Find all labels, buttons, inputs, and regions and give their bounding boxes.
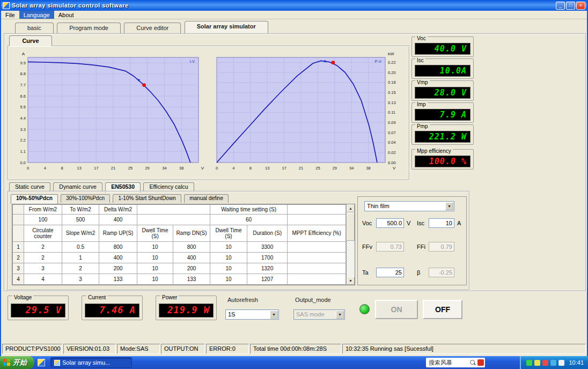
chevron-down-icon[interactable]: ▼ [445, 202, 453, 210]
output-mode-label: Output_mode [295, 297, 331, 303]
table-cell[interactable]: 1 [62, 252, 99, 263]
table-cell[interactable]: 1320 [247, 263, 288, 274]
film-type-select[interactable]: Thin film ▼ [364, 201, 454, 211]
svg-text:2.2: 2.2 [20, 138, 26, 143]
table-cell[interactable]: 200 [99, 263, 137, 274]
off-button[interactable]: OFF [423, 300, 462, 319]
menu-file[interactable]: File [1, 11, 19, 19]
output-mode-select: SAS mode ▼ [293, 309, 345, 320]
table-cell[interactable]: 0.5 [62, 241, 99, 252]
tray-icon[interactable] [542, 360, 548, 366]
table-row[interactable]: 44313310133101207 [13, 274, 346, 284]
table-row[interactable]: 120.580010800103300 [13, 241, 346, 252]
to-value[interactable]: 500 [62, 214, 99, 225]
isc-input[interactable] [429, 218, 454, 228]
table-cell[interactable] [288, 241, 346, 252]
svg-text:4: 4 [44, 166, 46, 171]
tab-static-curve[interactable]: Static curve [9, 182, 50, 191]
table-cell[interactable]: 10 [137, 241, 173, 252]
tab-10-50-pdcn[interactable]: 10%-50%Pdcn [11, 194, 58, 204]
tab-program-mode[interactable]: Program mode [57, 23, 121, 33]
tray-icon[interactable] [534, 360, 540, 366]
minimize-button[interactable]: _ [556, 2, 565, 10]
screen: Solar array simulator control software _… [0, 0, 588, 369]
search-icon[interactable] [469, 359, 476, 366]
tab-dynamic-curve[interactable]: Dynamic curve [53, 182, 102, 191]
ffi-label: FFi [417, 243, 425, 250]
ta-input[interactable] [376, 268, 404, 277]
table-cell[interactable]: 10 [137, 274, 173, 284]
table-cell[interactable]: 3 [62, 274, 99, 284]
table-cell[interactable]: 2 [24, 241, 62, 252]
table-cell[interactable]: 133 [99, 274, 137, 284]
from-value[interactable]: 100 [24, 214, 62, 225]
table-cell[interactable]: 10 [137, 263, 173, 274]
start-button[interactable]: 开始 [0, 356, 34, 369]
table-cell[interactable]: 400 [99, 252, 137, 263]
table-cell[interactable]: 2 [24, 252, 62, 263]
on-button[interactable]: ON [375, 300, 418, 319]
tab-30-100-pdcn[interactable]: 30%-100%Pdcn [61, 194, 110, 203]
tray-icon[interactable] [526, 360, 532, 366]
table-cell[interactable]: 800 [99, 241, 137, 252]
table-row[interactable]: 33220010200101320 [13, 263, 346, 274]
autorefresh-select[interactable]: 1S ▼ [225, 309, 279, 320]
tab-solar-array-simulator[interactable]: Solar array simulator [185, 21, 268, 33]
table-cell[interactable]: 400 [173, 252, 210, 263]
range-header-row: From W/m2 To W/m2 Delta W/m2 Waiting tim… [13, 205, 346, 215]
svg-text:0.0: 0.0 [20, 160, 26, 165]
table-cell[interactable]: 800 [173, 241, 210, 252]
menu-about[interactable]: About [54, 11, 78, 19]
table-cell[interactable] [288, 252, 346, 263]
tray-icon[interactable] [558, 360, 564, 366]
tab-manual-define[interactable]: manual define [184, 194, 229, 203]
isc-readout: Isc 10.0A [411, 58, 474, 79]
scrollbar-thumb[interactable] [347, 213, 355, 241]
scroll-down-icon[interactable]: ▼ [347, 277, 355, 285]
table-cell[interactable]: 1207 [247, 274, 288, 284]
scroll-up-icon[interactable]: ▲ [347, 204, 355, 212]
table-cell[interactable]: 10 [210, 252, 247, 263]
table-cell[interactable]: 10 [210, 263, 247, 274]
table-cell[interactable]: 10 [210, 274, 247, 284]
ta-label: Ta [362, 269, 369, 276]
maximize-button[interactable]: □ [566, 2, 575, 10]
tab-efficiency-calcu[interactable]: Efficiency calcu [143, 182, 194, 191]
svg-text:0.18: 0.18 [388, 80, 396, 85]
output-status-indicator [359, 304, 370, 314]
table-cell[interactable]: 1700 [247, 252, 288, 263]
close-button[interactable]: × [576, 2, 585, 10]
quick-launch-icon[interactable] [38, 359, 45, 366]
tab-curve[interactable]: Curve [9, 35, 52, 46]
table-cell[interactable]: 2 [62, 263, 99, 274]
table-cell[interactable]: 4 [24, 274, 62, 284]
task-button-solar-array[interactable]: Solar array simu... [50, 357, 132, 368]
app-window: Solar array simulator control software _… [0, 0, 588, 356]
table-cell[interactable]: 200 [173, 263, 210, 274]
imp-value: 7.9 A [415, 109, 471, 121]
table-cell[interactable] [288, 274, 346, 284]
taskbar-search-band[interactable]: 搜索风暴 [426, 358, 485, 367]
power-value: 219.9 W [159, 304, 214, 318]
tray-icon[interactable] [550, 360, 556, 366]
delta-value[interactable]: 400 [99, 214, 137, 225]
voc-input[interactable] [376, 218, 404, 228]
waiting-value[interactable]: 60 [210, 214, 288, 225]
voltage-value: 29.5 V [11, 304, 65, 318]
table-row[interactable]: 22140010400101700 [13, 252, 346, 263]
svg-text:0: 0 [27, 166, 29, 171]
menu-language[interactable]: Language [19, 11, 54, 19]
chevron-down-icon[interactable]: ▼ [270, 311, 278, 319]
svg-text:34: 34 [349, 166, 354, 171]
table-cell[interactable]: 3 [24, 263, 62, 274]
table-cell[interactable]: 3300 [247, 241, 288, 252]
tab-curve-editor[interactable]: Curve editor [124, 23, 181, 33]
tab-1-10-start-shutdown[interactable]: 1-10% Start ShuntDown [113, 194, 181, 203]
table-scrollbar[interactable]: ▲ ▼ [346, 204, 355, 285]
table-cell[interactable]: 10 [210, 241, 247, 252]
system-tray: 10:41 [520, 356, 588, 369]
tab-basic[interactable]: basic [15, 23, 54, 33]
table-cell[interactable]: 10 [137, 252, 173, 263]
table-cell[interactable] [288, 263, 346, 274]
table-cell[interactable]: 133 [173, 274, 210, 284]
